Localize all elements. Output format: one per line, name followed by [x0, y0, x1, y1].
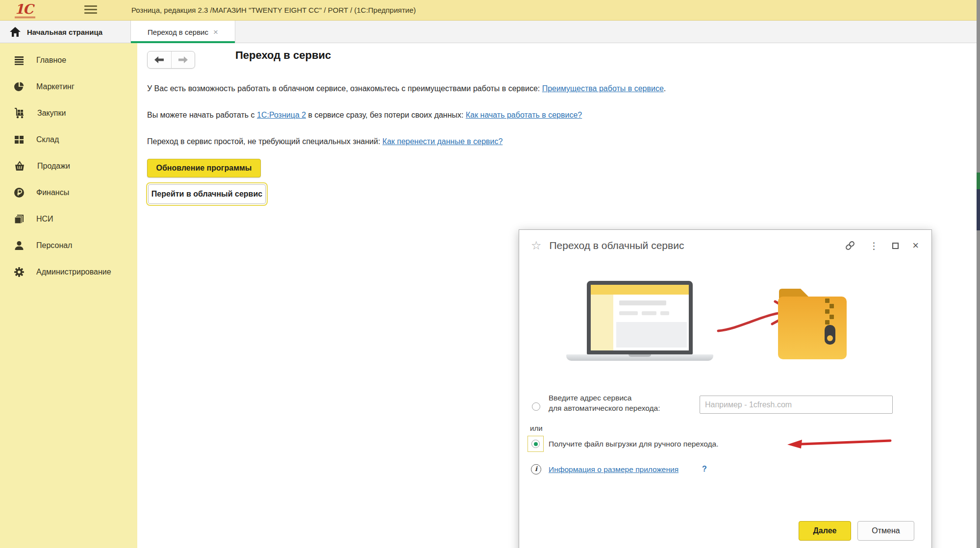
laptop-illustration [566, 281, 713, 361]
sidebar-item-finance[interactable]: Финансы [0, 179, 137, 206]
dialog-header: ☆ Переход в облачный сервис ⋮ × [519, 230, 931, 261]
home-icon [10, 27, 21, 37]
grid-icon [14, 134, 25, 145]
sidebar-label: Главное [36, 56, 66, 65]
transfer-paragraph: Переход в сервис простой, не требующий с… [147, 137, 503, 146]
radio-focus-box [528, 436, 544, 452]
sidebar-item-sales[interactable]: Продажи [0, 153, 137, 179]
transfer-text-pre: Переход в сервис простой, не требующий с… [147, 137, 382, 146]
help-question-icon[interactable]: ? [702, 465, 707, 473]
maximize-icon[interactable] [892, 243, 899, 249]
red-annotation-arrow [786, 438, 893, 449]
title-bar: 1С Розница, редакция 2.3 /МАГАЗИН "TWENT… [0, 0, 980, 21]
app-size-info-link[interactable]: Информация о размере приложения [549, 465, 678, 474]
sidebar-label: Персонал [36, 241, 72, 250]
section-sidebar: Главное Маркетинг Закупки Склад [0, 43, 137, 548]
radio-selected-dot [534, 442, 538, 446]
dialog-toolbar: ⋮ × [845, 240, 919, 251]
service-address-input[interactable] [700, 396, 893, 414]
edge-green-segment [977, 173, 980, 189]
service-benefits-link[interactable]: Преимущества работы в сервисе [542, 84, 664, 93]
sidebar-item-marketing[interactable]: Маркетинг [0, 74, 137, 100]
sidebar-item-administration[interactable]: Администрирование [0, 259, 137, 285]
go-to-cloud-button[interactable]: Перейти в облачный сервис [148, 184, 266, 204]
intro-period: . [664, 84, 666, 93]
cart-icon [14, 108, 25, 119]
sidebar-label: Продажи [37, 162, 70, 171]
get-link-icon[interactable] [845, 240, 855, 251]
basket-icon [14, 161, 25, 172]
back-button[interactable] [148, 51, 172, 68]
tab-home-label: Начальная страница [27, 28, 102, 36]
sidebar-label: Администрирование [36, 268, 111, 276]
app-window: 1С Розница, редакция 2.3 /МАГАЗИН "TWENT… [0, 0, 980, 548]
sidebar-label: Закупки [37, 109, 66, 118]
sidebar-label: Склад [36, 135, 59, 144]
intro-paragraph: У Вас есть возможность работать в облачн… [147, 84, 666, 93]
sidebar-label: Финансы [36, 188, 69, 197]
pages-icon [14, 214, 25, 224]
main-menu-icon[interactable] [84, 5, 97, 15]
cloud-transition-dialog: ☆ Переход в облачный сервис ⋮ × [519, 229, 932, 548]
edge-navy-segment [977, 189, 980, 230]
favorite-star-icon[interactable]: ☆ [531, 239, 542, 252]
how-to-start-link[interactable]: Как начать работать в сервисе? [466, 111, 582, 119]
update-program-button[interactable]: Обновление программы [147, 159, 261, 177]
sidebar-label: НСИ [36, 215, 53, 224]
history-nav [147, 51, 195, 69]
ruble-icon [14, 187, 25, 198]
dialog-title: Переход в облачный сервис [550, 240, 845, 251]
person-icon [14, 240, 25, 251]
radio-auto-label: Введите адрес сервиса для автоматическог… [549, 393, 660, 413]
gear-icon [14, 267, 25, 277]
retail2-link[interactable]: 1С:Розница 2 [257, 111, 306, 119]
sidebar-item-main[interactable]: Главное [0, 47, 137, 74]
or-label: или [530, 424, 543, 432]
sidebar-item-warehouse[interactable]: Склад [0, 126, 137, 153]
sidebar-label: Маркетинг [36, 82, 75, 91]
forward-button[interactable] [172, 51, 195, 68]
tab-bar: Начальная страница Переход в сервис × [0, 21, 980, 43]
tab-home-page[interactable]: Начальная страница [0, 21, 130, 43]
tab-active-label: Переход в сервис [148, 28, 208, 36]
start-text-mid: в сервисе сразу, без потери своих данных… [306, 111, 466, 119]
back-arrow-icon [154, 56, 164, 63]
radio-manual-label: Получите файл выгрузки для ручного перех… [549, 440, 718, 448]
info-icon: i [531, 464, 541, 474]
how-to-transfer-link[interactable]: Как перенести данные в сервис? [382, 137, 503, 146]
active-tab-indicator [131, 41, 235, 43]
screen-edge-strip [977, 0, 980, 548]
next-button[interactable]: Далее [799, 521, 851, 541]
start-text-pre: Вы можете начать работать с [147, 111, 257, 119]
tab-transition-to-service[interactable]: Переход в сервис × [130, 21, 235, 43]
page-title: Переход в сервис [235, 49, 331, 62]
pie-chart-icon [14, 81, 25, 92]
cancel-button[interactable]: Отмена [857, 521, 914, 541]
menu-lines-icon [14, 55, 25, 66]
close-dialog-icon[interactable]: × [912, 241, 919, 250]
intro-text: У Вас есть возможность работать в облачн… [147, 84, 542, 93]
zip-folder-icon [774, 282, 851, 364]
tab-close-icon[interactable]: × [213, 28, 218, 36]
radio-auto-transition[interactable] [532, 402, 540, 411]
forward-arrow-icon [178, 56, 188, 63]
start-paragraph: Вы можете начать работать с 1С:Розница 2… [147, 111, 582, 120]
radio-manual-export[interactable] [531, 440, 540, 448]
more-menu-icon[interactable]: ⋮ [869, 240, 879, 251]
window-title: Розница, редакция 2.3 /МАГАЗИН "TWENTY E… [131, 0, 416, 21]
sidebar-item-purchasing[interactable]: Закупки [0, 100, 137, 126]
sidebar-item-personnel[interactable]: Персонал [0, 232, 137, 259]
1c-logo: 1С [15, 2, 35, 18]
sidebar-item-nsi[interactable]: НСИ [0, 206, 137, 232]
